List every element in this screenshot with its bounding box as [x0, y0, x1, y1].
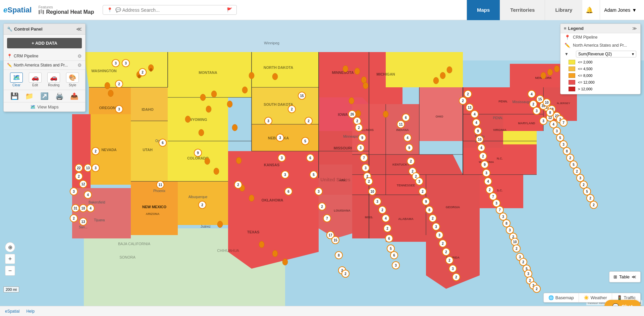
- svg-text:MINNESOTA: MINNESOTA: [332, 71, 354, 75]
- svg-marker-25: [386, 52, 463, 87]
- style-button[interactable]: 🎨 Style: [66, 73, 79, 87]
- edit-icon: 🚗: [29, 73, 42, 83]
- logo[interactable]: eSpatial: [3, 6, 32, 14]
- legend-expand-button[interactable]: ≫: [632, 26, 637, 31]
- wrench-icon: 🔧: [7, 27, 12, 32]
- tab-territories[interactable]: Territories: [500, 0, 545, 20]
- svg-text:Toledo: Toledo: [475, 135, 485, 138]
- basemap-button[interactable]: 🌐 Basemap: [544, 293, 579, 302]
- scale-bar: 200 mi: [3, 286, 19, 292]
- svg-text:ARIZONA: ARIZONA: [146, 212, 160, 216]
- legend-heat-dropdown[interactable]: Sum(Revenue Q2) ▾: [576, 51, 636, 57]
- svg-marker-35: [228, 178, 319, 269]
- svg-text:W.VIRGINIA: W.VIRGINIA: [479, 161, 494, 164]
- layer-crm-pipeline: 📍 CRM Pipeline ⚙: [4, 52, 85, 61]
- svg-text:FLORIDA: FLORIDA: [446, 256, 460, 259]
- heat-entry-2: <= 4,500: [560, 65, 640, 72]
- search-pin-icon[interactable]: 📍: [106, 7, 114, 13]
- routing-button[interactable]: 🚗 Routing: [47, 73, 60, 87]
- legend-list-icon: ≡: [564, 26, 567, 31]
- cp-collapse-button[interactable]: ≪: [76, 26, 82, 32]
- search-bar[interactable]: 📍 💬 🚩: [103, 5, 237, 15]
- svg-text:ILLINOIS: ILLINOIS: [361, 128, 374, 132]
- svg-text:MICHIGAN: MICHIGAN: [376, 72, 395, 76]
- legend-north-america: ✏️ North America States and Pr...: [560, 41, 640, 49]
- svg-text:NEBRASKA: NEBRASKA: [268, 136, 289, 140]
- edit-button[interactable]: 🚗 Edit: [29, 73, 42, 87]
- svg-text:WYOMING: WYOMING: [189, 118, 207, 122]
- legend-crm-pipeline: 📍 CRM Pipeline: [560, 33, 640, 41]
- svg-text:LOUISIANA: LOUISIANA: [334, 209, 351, 212]
- svg-marker-39: [426, 175, 480, 235]
- svg-text:IOWA: IOWA: [338, 112, 347, 117]
- toolbar-icons: 🗺️ Clear 🚗 Edit 🚗 Routing 🎨 Style: [4, 70, 85, 90]
- share-button[interactable]: ↗️: [40, 92, 49, 100]
- svg-text:TENNESSEE: TENNESSEE: [397, 184, 415, 187]
- legend-header: ≡ Legend ≫: [560, 24, 640, 33]
- user-name: Adam Jones: [604, 7, 630, 13]
- footer-help-link[interactable]: Help: [26, 309, 35, 314]
- svg-text:NEW YORK: NEW YORK: [535, 76, 552, 80]
- svg-text:PENN.: PENN.: [498, 100, 508, 103]
- svg-text:Mississauga: Mississauga: [512, 100, 531, 104]
- compass-button[interactable]: ⊕: [5, 242, 15, 252]
- heat-swatch-2: [569, 66, 575, 71]
- notification-button[interactable]: 🔔: [582, 6, 596, 14]
- tab-maps[interactable]: Maps: [467, 0, 500, 20]
- view-maps-row: 🗺️ View Maps: [4, 102, 85, 111]
- legend-triangle-icon: ▼: [565, 52, 569, 56]
- svg-text:SOUTH DAKOTA: SOUTH DAKOTA: [264, 102, 293, 106]
- view-maps-button[interactable]: 🗺️ View Maps: [30, 104, 58, 109]
- user-area[interactable]: Adam Jones ▼: [600, 0, 641, 20]
- tab-library[interactable]: Library: [545, 0, 582, 20]
- save-button[interactable]: 💾: [10, 92, 19, 100]
- svg-text:Ogden: Ogden: [155, 139, 165, 143]
- weather-icon: ☀️: [584, 295, 589, 300]
- heat-entry-3: <= 8,000: [560, 72, 640, 79]
- map-title: Regional Heat Map: [38, 9, 94, 15]
- svg-text:OREGON: OREGON: [99, 106, 116, 110]
- svg-text:CHIHUAHUA: CHIHUAHUA: [217, 249, 239, 253]
- table-button[interactable]: ⊞ Table ≪: [609, 271, 641, 282]
- svg-text:S.C.: S.C.: [497, 189, 503, 192]
- svg-text:ALABAMA: ALABAMA: [398, 217, 414, 221]
- svg-text:Phoenix: Phoenix: [153, 189, 165, 193]
- user-dropdown-icon: ▼: [632, 7, 637, 13]
- svg-text:San...: San...: [79, 225, 88, 229]
- svg-text:TEXAS: TEXAS: [247, 230, 260, 234]
- svg-text:INDIANA: INDIANA: [396, 128, 409, 132]
- export-button[interactable]: 📤: [70, 92, 78, 100]
- clear-icon: 🗺️: [10, 73, 23, 83]
- heat-swatch-1: [569, 60, 575, 64]
- open-button[interactable]: 📁: [25, 92, 34, 100]
- search-input[interactable]: [122, 7, 225, 13]
- map-svg: WASHINGTON OREGON MONTANA IDAHO WYOMING …: [0, 20, 644, 316]
- header: eSpatial Features Regional Heat Map 📍 💬 …: [0, 0, 644, 20]
- svg-text:MONTANA: MONTANA: [199, 71, 217, 75]
- svg-text:Winnipeg: Winnipeg: [264, 41, 279, 45]
- zoom-out-button[interactable]: −: [5, 266, 15, 276]
- dropdown-chevron-icon: ▾: [632, 52, 634, 56]
- svg-text:Albuquerque: Albuquerque: [189, 195, 208, 199]
- north-america-settings[interactable]: ⚙: [77, 62, 82, 68]
- zoom-in-button[interactable]: +: [5, 254, 15, 264]
- map-container[interactable]: WASHINGTON OREGON MONTANA IDAHO WYOMING …: [0, 20, 644, 316]
- footer: eSpatial Help: [0, 306, 644, 316]
- search-chat-icon[interactable]: 💬: [114, 7, 122, 13]
- map-icon: [38, 9, 44, 15]
- footer-espatial-link[interactable]: eSpatial: [5, 309, 19, 314]
- svg-text:COLORADO: COLORADO: [187, 156, 209, 160]
- edit-pencil-icon: ✏️: [7, 63, 12, 67]
- svg-text:SONORA: SONORA: [119, 255, 136, 259]
- crm-pipeline-settings[interactable]: ⚙: [77, 53, 82, 59]
- svg-text:United States: United States: [320, 177, 351, 182]
- svg-text:Minneapolis: Minneapolis: [343, 135, 361, 138]
- print-button[interactable]: 🖨️: [55, 92, 64, 100]
- table-grid-icon: ⊞: [613, 274, 617, 279]
- legend-panel: ≡ Legend ≫ 📍 CRM Pipeline ✏️ North Ameri…: [560, 24, 641, 94]
- clear-button[interactable]: 🗺️ Clear: [10, 73, 23, 87]
- search-location-icon[interactable]: 🚩: [225, 7, 234, 13]
- svg-text:KENTUCKY: KENTUCKY: [392, 163, 409, 166]
- svg-text:MARYLAND: MARYLAND: [518, 122, 535, 125]
- add-data-button[interactable]: + ADD DATA: [7, 38, 82, 48]
